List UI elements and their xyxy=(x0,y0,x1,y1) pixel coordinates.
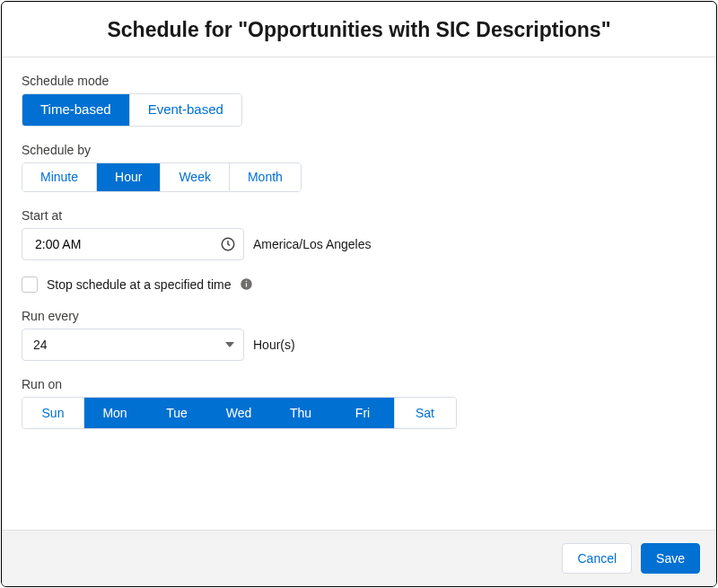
schedule-by-minute[interactable]: Minute xyxy=(22,163,97,191)
schedule-by-week[interactable]: Week xyxy=(161,163,230,191)
day-thu[interactable]: Thu xyxy=(270,398,332,428)
run-on-label: Run on xyxy=(22,377,696,391)
schedule-by-label: Schedule by xyxy=(22,143,696,157)
stop-schedule-checkbox[interactable] xyxy=(22,276,38,293)
start-at-label: Start at xyxy=(22,208,696,223)
mode-event-based[interactable]: Event-based xyxy=(130,94,241,126)
day-sat[interactable]: Sat xyxy=(394,398,456,428)
schedule-dialog: Schedule for "Opportunities with SIC Des… xyxy=(1,1,717,587)
dialog-header: Schedule for "Opportunities with SIC Des… xyxy=(2,2,716,57)
dialog-title: Schedule for "Opportunities with SIC Des… xyxy=(20,18,698,42)
run-every-select[interactable]: 24 xyxy=(22,329,244,361)
start-at-input-wrapper[interactable] xyxy=(22,228,244,260)
start-at-input[interactable] xyxy=(33,236,220,252)
run-every-label: Run every xyxy=(22,309,696,323)
day-wed[interactable]: Wed xyxy=(208,398,270,428)
dialog-content: Schedule mode Time-based Event-based Sch… xyxy=(2,57,716,530)
stop-schedule-row: Stop schedule at a specified time xyxy=(22,276,253,293)
run-every-value: 24 xyxy=(33,338,48,352)
stop-schedule-label: Stop schedule at a specified time xyxy=(47,277,231,292)
save-button[interactable]: Save xyxy=(641,543,700,574)
clock-icon xyxy=(220,236,236,252)
timezone-text: America/Los Angeles xyxy=(253,237,372,251)
schedule-mode-label: Schedule mode xyxy=(22,74,696,88)
run-every-unit: Hour(s) xyxy=(253,338,295,352)
start-at-field: Start at America/Los Angeles xyxy=(22,208,696,260)
run-every-field: Run every 24 Hour(s) xyxy=(22,309,696,361)
schedule-by-field: Schedule by Minute Hour Week Month xyxy=(22,143,696,192)
run-on-field: Run on Sun Mon Tue Wed Thu Fri Sat xyxy=(22,377,696,429)
svg-rect-2 xyxy=(246,284,247,287)
run-on-group: Sun Mon Tue Wed Thu Fri Sat xyxy=(22,397,457,429)
schedule-by-group: Minute Hour Week Month xyxy=(22,162,302,192)
day-fri[interactable]: Fri xyxy=(332,398,394,428)
day-tue[interactable]: Tue xyxy=(146,398,208,428)
schedule-by-hour[interactable]: Hour xyxy=(97,163,161,191)
schedule-mode-group: Time-based Event-based xyxy=(22,93,242,127)
day-sun[interactable]: Sun xyxy=(22,398,84,428)
day-mon[interactable]: Mon xyxy=(84,398,146,428)
mode-time-based[interactable]: Time-based xyxy=(22,94,130,126)
schedule-by-month[interactable]: Month xyxy=(230,163,301,191)
svg-rect-3 xyxy=(246,281,247,282)
cancel-button[interactable]: Cancel xyxy=(562,543,632,574)
schedule-mode-field: Schedule mode Time-based Event-based xyxy=(22,74,696,127)
chevron-down-icon xyxy=(225,342,234,347)
info-icon[interactable] xyxy=(240,277,253,291)
dialog-footer: Cancel Save xyxy=(2,530,716,586)
